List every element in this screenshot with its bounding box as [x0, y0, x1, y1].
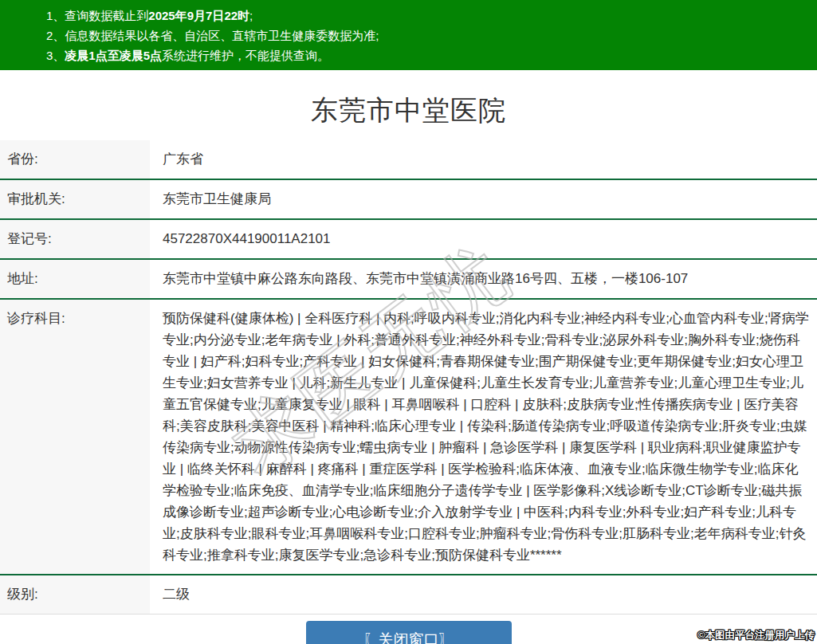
notice-item: 1、查询数据截止到2025年9月7日22时; — [46, 6, 809, 26]
info-row-province: 省份: 广东省 — [0, 140, 817, 180]
info-value: 东莞市卫生健康局 — [150, 180, 817, 218]
notice-text: 系统进行维护，不能提供查询。 — [162, 49, 329, 62]
info-row-registration-number: 登记号: 45722870X44190011A2101 — [0, 220, 817, 260]
notice-number: 1、 — [46, 9, 65, 22]
notice-item: 2、信息数据结果以各省、自治区、直辖市卫生健康委数据为准; — [46, 26, 809, 45]
info-row-approval-authority: 审批机关: 东莞市卫生健康局 — [0, 180, 817, 220]
info-label: 省份: — [0, 140, 150, 179]
info-value: 预防保健科(健康体检) | 全科医疗科 | 内科;呼吸内科专业;消化内科专业;神… — [150, 300, 817, 574]
close-window-button[interactable]: 〖关闭窗口〗 — [306, 621, 512, 644]
hospital-info-table: 省份: 广东省 审批机关: 东莞市卫生健康局 登记号: 45722870X441… — [0, 140, 817, 615]
info-row-level: 级别: 二级 — [0, 575, 817, 615]
notice-text: 信息数据结果以各省、自治区、直辖市卫生健康委数据为准; — [65, 29, 379, 42]
notice-text-bold: 凌晨1点至凌晨5点 — [65, 49, 162, 62]
info-row-address: 地址: 东莞市中堂镇中麻公路东向路段、东莞市中堂镇潢涌商业路16号四、五楼，一楼… — [0, 260, 817, 300]
notice-text-bold: 2025年9月7日22时 — [148, 9, 249, 22]
info-value: 东莞市中堂镇中麻公路东向路段、东莞市中堂镇潢涌商业路16号四、五楼，一楼106-… — [150, 260, 817, 298]
notice-text: 查询数据截止到 — [65, 9, 148, 22]
info-label: 级别: — [0, 575, 150, 614]
notice-number: 3、 — [46, 49, 65, 62]
notice-text: ; — [249, 9, 253, 22]
info-value: 广东省 — [150, 140, 817, 179]
button-row: 〖关闭窗口〗 — [0, 621, 817, 644]
info-value: 二级 — [150, 575, 817, 614]
notice-number: 2、 — [46, 29, 65, 42]
notice-banner: 1、查询数据截止到2025年9月7日22时; 2、信息数据结果以各省、自治区、直… — [0, 0, 817, 70]
info-label: 审批机关: — [0, 180, 150, 218]
image-attribution: ©本图由平台注册用户上传 — [697, 629, 815, 642]
page-title: 东莞市中堂医院 — [0, 92, 817, 129]
notice-item: 3、凌晨1点至凌晨5点系统进行维护，不能提供查询。 — [46, 45, 809, 65]
info-label: 地址: — [0, 260, 150, 298]
info-row-medical-departments: 诊疗科目: 预防保健科(健康体检) | 全科医疗科 | 内科;呼吸内科专业;消化… — [0, 300, 817, 575]
info-value: 45722870X44190011A2101 — [150, 220, 817, 258]
info-label: 诊疗科目: — [0, 300, 150, 574]
info-label: 登记号: — [0, 220, 150, 258]
